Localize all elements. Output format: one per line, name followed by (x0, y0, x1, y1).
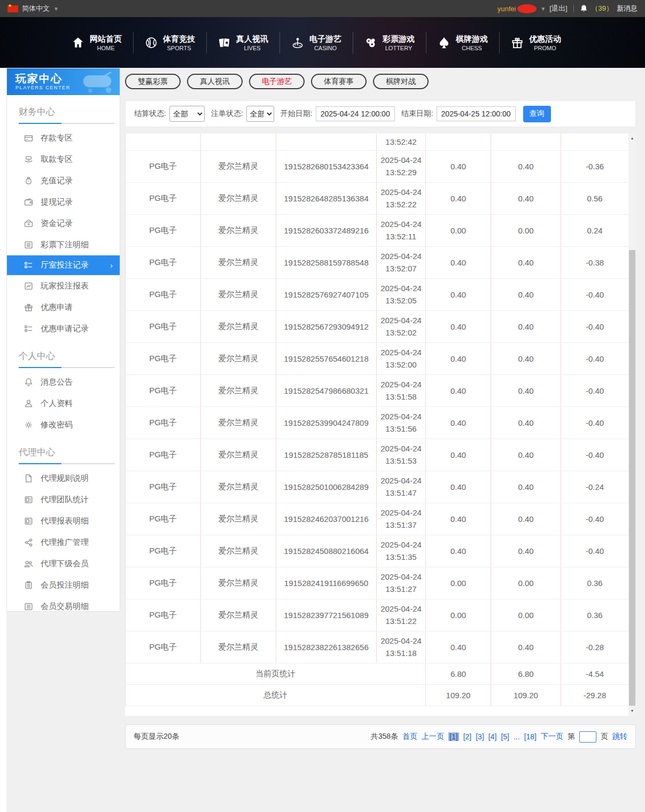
cell-valid-bet: 0.40 (491, 342, 561, 374)
chevron-down-icon: ▼ (540, 6, 546, 12)
page-link[interactable]: [4] (488, 732, 497, 741)
nav-label-en: LOTTERY (385, 45, 413, 52)
page-link[interactable]: [18] (524, 732, 537, 741)
tab-真人视讯[interactable]: 真人视讯 (187, 74, 243, 89)
nav-label-en: HOME (97, 45, 115, 52)
cell-time: 13:52:42 (377, 134, 426, 150)
table-scrollbar[interactable]: ▲ ▼ (628, 134, 636, 716)
start-date-input[interactable] (316, 106, 395, 121)
order-status-select[interactable]: 全部 (246, 106, 274, 122)
cell-win-loss: 0.56 (561, 182, 629, 214)
sidebar-item-优惠申请[interactable]: 优惠申请 (7, 296, 120, 318)
cell-win-loss: -0.24 (561, 471, 629, 503)
sidebar-item-个人资料[interactable]: 个人资料 (7, 393, 120, 414)
jump-link[interactable]: 跳转 (612, 732, 627, 741)
cell-valid-bet: 0.40 (491, 278, 561, 310)
bet-records-table: 13:52:42PG电子爱尔兰精灵19152826801534233642025… (125, 134, 629, 706)
page-jump-input[interactable] (579, 731, 596, 743)
prev-page-link[interactable]: 上一页 (422, 732, 444, 741)
sidebar-item-资金记录[interactable]: 资金记录 (7, 213, 120, 234)
table-row: PG电子爱尔兰精灵19152826801534233642025-04-2413… (126, 150, 629, 182)
scroll-down-arrow[interactable]: ▼ (628, 707, 636, 715)
username[interactable]: yunfei (498, 5, 516, 13)
sidebar-item-取款专区[interactable]: 取款专区 (7, 149, 120, 170)
logout-link[interactable]: [退出] (549, 4, 567, 13)
table-row: PG电子爱尔兰精灵19152825576546012182025-04-2413… (126, 342, 629, 374)
sidebar-item-优惠申请记录[interactable]: 优惠申请记录 (7, 318, 120, 339)
scroll-up-arrow[interactable]: ▲ (628, 134, 636, 143)
sidebar-item-label: 代理团队统计 (41, 495, 89, 505)
nav-item-chess[interactable]: 棋牌游戏CHESS (426, 33, 499, 52)
cell-game: 爱尔兰精灵 (201, 374, 276, 407)
settle-status-select[interactable]: 全部 (169, 106, 205, 122)
nav-item-lives[interactable]: 真人视讯LIVES (206, 33, 279, 52)
cell-time: 2025-04-2413:52:11 (377, 214, 426, 246)
scrollbar-thumb[interactable] (629, 250, 635, 706)
sidebar-item-label: 提现记录 (41, 197, 73, 207)
sidebar-item-代理报表明细[interactable]: 代理报表明细 (7, 510, 120, 532)
sidebar-item-代理团队统计[interactable]: 代理团队统计 (7, 489, 120, 510)
nav-item-casino[interactable]: 电子游艺CASINO (279, 33, 353, 52)
nav-label-zh: 优惠活动 (529, 33, 561, 45)
bell-icon[interactable] (580, 4, 588, 13)
query-button[interactable]: 查询 (523, 106, 551, 122)
sidebar-item-修改密码[interactable]: 修改密码 (7, 414, 120, 435)
nav-item-home[interactable]: 网站首页HOME (60, 33, 133, 52)
purse-icon (24, 219, 33, 228)
sidebar-item-代理规则说明[interactable]: 代理规则说明 (7, 467, 120, 489)
sidebar-item-消息公告[interactable]: 消息公告 (7, 371, 120, 393)
tab-体育赛事[interactable]: 体育赛事 (311, 74, 367, 89)
cell-bet-amount: 0.40 (426, 471, 491, 503)
cell-time: 2025-04-2413:51:22 (377, 599, 426, 631)
sidebar-item-存款专区[interactable]: 存款专区 (7, 127, 120, 149)
sidebar-section-title: 个人中心 (19, 350, 120, 362)
sidebar-item-代理推广管理[interactable]: 代理推广管理 (7, 532, 120, 553)
cell-win-loss: -0.40 (561, 503, 629, 535)
nav-item-sports[interactable]: 体育竞技SPORTS (133, 33, 206, 52)
summary-result: -4.54 (561, 663, 629, 684)
end-date-input[interactable] (437, 106, 516, 121)
summary-label: 总统计 (126, 684, 426, 706)
page-link[interactable]: [3] (476, 732, 484, 741)
page-ellipsis: ... (514, 732, 520, 741)
summary-label: 当前页统计 (126, 663, 426, 684)
sidebar-item-label: 资金记录 (41, 218, 73, 229)
first-page-link[interactable]: 首页 (402, 732, 417, 741)
spade-icon (437, 36, 451, 50)
page-link[interactable]: [5] (501, 732, 509, 741)
language-switcher[interactable]: ★ 简体中文 ▼ (7, 4, 59, 13)
sidebar-section-title: 代理中心 (19, 446, 120, 458)
tab-电子游艺[interactable]: 电子游艺 (249, 74, 305, 89)
table-row: PG电子爱尔兰精灵19152824508802160642025-04-2413… (126, 535, 629, 567)
message-label[interactable]: 新消息 (617, 4, 638, 13)
nav-item-text: 网站首页HOME (90, 33, 122, 52)
tab-雙赢彩票[interactable]: 雙赢彩票 (125, 74, 181, 89)
table-row-partial: 13:52:42 (126, 134, 629, 150)
cell-valid-bet: 0.40 (491, 150, 561, 182)
sidebar-item-会员投注明细[interactable]: 会员投注明细 (7, 574, 120, 596)
cell-bet-amount: 0.40 (426, 150, 491, 182)
page-link-current[interactable]: [1] (448, 732, 459, 741)
next-page-link[interactable]: 下一页 (541, 732, 563, 741)
message-count[interactable]: （39） (592, 4, 613, 13)
table-row: PG电子爱尔兰精灵19152823977215610892025-04-2413… (126, 599, 629, 631)
page-link[interactable]: [2] (463, 732, 472, 741)
section-underline (19, 463, 115, 464)
total-count: 共358条 (371, 732, 398, 741)
sidebar-item-彩票下注明细[interactable]: 彩票下注明细 (7, 234, 120, 255)
sidebar-item-代理下级会员[interactable]: 代理下级会员 (7, 553, 120, 574)
sidebar-item-厅室投注记录[interactable]: 厅室投注记录› (7, 255, 120, 275)
cell-bet-amount: 0.40 (426, 182, 491, 214)
jump-prefix: 第 (568, 732, 575, 741)
cell-valid-bet: 0.00 (491, 214, 561, 246)
sidebar-item-充值记录[interactable]: 充值记录 (7, 170, 120, 191)
nav-item-promo[interactable]: 优惠活动PROMO (499, 33, 572, 52)
nav-item-lottery[interactable]: 彩票游戏LOTTERY (353, 33, 426, 52)
sidebar-item-会员交易明细[interactable]: 会员交易明细 (7, 596, 120, 617)
sidebar-item-玩家投注报表[interactable]: 玩家投注报表 (7, 275, 120, 296)
tab-棋牌对战[interactable]: 棋牌对战 (373, 74, 429, 89)
cell-platform: PG电子 (126, 503, 201, 535)
sidebar-item-提现记录[interactable]: 提现记录 (7, 191, 120, 213)
cell-win-loss: 0.36 (561, 599, 629, 631)
doc-icon (24, 474, 33, 483)
